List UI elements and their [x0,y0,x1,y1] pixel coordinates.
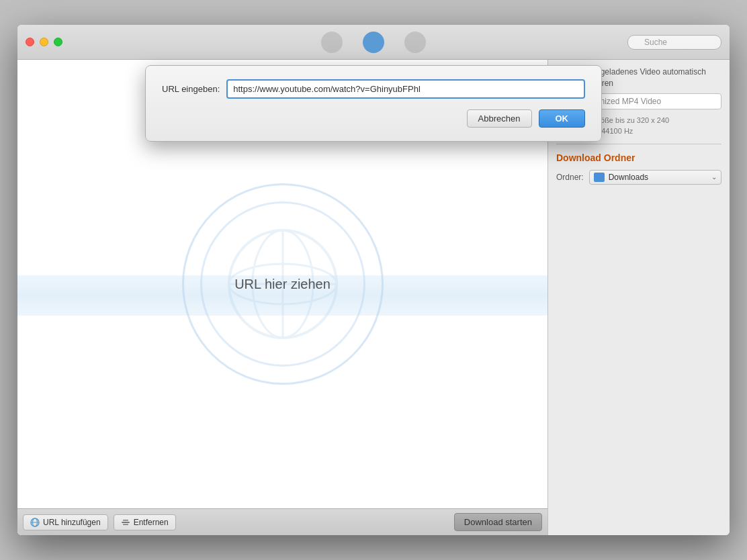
url-input[interactable] [226,79,585,99]
modal-input-row: URL eingeben: [162,79,585,99]
modal-buttons: Abbrechen OK [162,109,585,128]
ok-button[interactable]: OK [539,109,586,128]
url-input-modal: URL eingeben: Abbrechen OK [145,65,602,142]
cancel-button[interactable]: Abbrechen [467,109,532,128]
main-window: Suche URL hier ziehen [17,25,730,535]
modal-input-label: URL eingeben: [162,84,220,94]
modal-overlay: URL eingeben: Abbrechen OK [17,25,730,535]
